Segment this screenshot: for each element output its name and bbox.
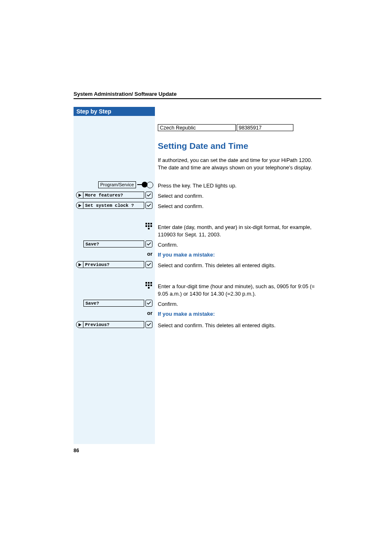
page-number: 86 bbox=[74, 448, 79, 453]
confirm-text: Confirm. bbox=[158, 241, 319, 249]
svg-rect-10 bbox=[145, 284, 147, 286]
confirm-icon bbox=[145, 192, 152, 199]
svg-rect-3 bbox=[145, 225, 147, 227]
display-left-value: Czech Republic bbox=[158, 124, 236, 131]
or-label: or bbox=[74, 251, 152, 257]
or-label: or bbox=[74, 310, 152, 316]
keypad-icon bbox=[145, 223, 152, 230]
led-indicator-off-icon bbox=[147, 182, 153, 188]
previous-menu: Previous? bbox=[76, 261, 144, 268]
mistake-heading: If you make a mistake: bbox=[158, 252, 215, 258]
confirm-icon bbox=[145, 240, 152, 247]
menu-label: More features? bbox=[83, 192, 144, 199]
step-header: Step by Step bbox=[74, 107, 155, 116]
more-features-menu: More features? bbox=[76, 192, 144, 199]
program-service-label: Program/Service bbox=[98, 181, 136, 188]
svg-rect-0 bbox=[145, 223, 147, 224]
svg-rect-13 bbox=[148, 287, 150, 289]
previous-menu: Previous? bbox=[76, 321, 144, 328]
press-key-text: Press the key. The LED lights up. bbox=[158, 182, 319, 190]
nav-arrow-icon bbox=[76, 192, 83, 199]
svg-rect-2 bbox=[150, 223, 152, 224]
save-menu: Save? bbox=[83, 240, 144, 247]
nav-arrow-icon bbox=[76, 321, 83, 328]
enter-date-text: Enter date (day, month, and year) in six… bbox=[158, 224, 319, 238]
svg-rect-12 bbox=[150, 284, 152, 286]
set-system-clock-menu: Set system clock ? bbox=[76, 202, 144, 209]
svg-rect-9 bbox=[150, 282, 152, 284]
menu-label: Previous? bbox=[83, 261, 144, 268]
svg-rect-1 bbox=[148, 223, 150, 224]
menu-label: Save? bbox=[83, 240, 144, 247]
nav-arrow-icon bbox=[76, 261, 83, 268]
select-confirm-delete-text: Select and confirm. This deletes all ent… bbox=[158, 322, 319, 329]
menu-label: Previous? bbox=[83, 321, 144, 328]
select-confirm-text: Select and confirm. bbox=[158, 192, 319, 200]
header-rule bbox=[74, 98, 321, 99]
svg-rect-7 bbox=[145, 282, 147, 284]
select-confirm-delete-text: Select and confirm. This deletes all ent… bbox=[158, 262, 319, 269]
step-column: Step by Step Program/Service More featur… bbox=[74, 107, 155, 444]
confirm-icon bbox=[145, 261, 152, 268]
svg-rect-5 bbox=[150, 225, 152, 227]
svg-rect-6 bbox=[148, 228, 150, 229]
svg-rect-8 bbox=[148, 282, 150, 284]
confirm-text: Confirm. bbox=[158, 301, 319, 308]
enter-time-text: Enter a four-digit time (hour and minute… bbox=[158, 283, 321, 297]
nav-arrow-icon bbox=[76, 202, 83, 209]
chapter-title: System Administration/ Software Update bbox=[74, 91, 177, 97]
mistake-heading: If you make a mistake: bbox=[158, 311, 215, 317]
save-menu: Save? bbox=[83, 300, 144, 307]
section-heading: Setting Date and Time bbox=[158, 141, 248, 151]
confirm-icon bbox=[145, 300, 152, 307]
confirm-icon bbox=[145, 321, 152, 328]
display-right-value: 98385917 bbox=[237, 124, 293, 131]
select-confirm-text: Select and confirm. bbox=[158, 203, 319, 210]
keypad-icon bbox=[145, 282, 152, 289]
menu-label: Set system clock ? bbox=[83, 202, 144, 209]
confirm-icon bbox=[145, 202, 152, 209]
menu-label: Save? bbox=[83, 300, 144, 307]
svg-rect-4 bbox=[148, 225, 150, 227]
intro-text: If authorized, you can set the date and … bbox=[158, 157, 319, 171]
svg-rect-11 bbox=[148, 284, 150, 286]
